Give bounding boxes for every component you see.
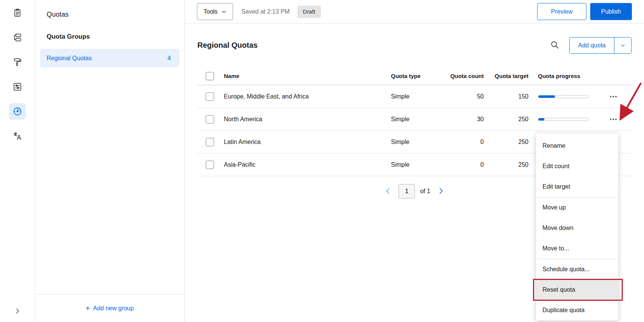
row-actions-context-menu: RenameEdit countEdit targetMove upMove d… (536, 133, 618, 320)
cell-quota-type: Simple (391, 93, 450, 100)
cell-quota-target: 250 (484, 161, 528, 168)
annotation-highlight-box (533, 279, 623, 301)
tools-dropdown-button[interactable]: Tools (197, 3, 233, 20)
search-button[interactable] (549, 40, 560, 51)
menu-item-reset-quota[interactable]: Reset quota (536, 280, 618, 300)
rail-item-survey-options[interactable] (9, 78, 26, 95)
app-window: Quotas Quota Groups Regional Quotas 4 + … (0, 0, 644, 322)
group-label: Regional Quotas (47, 55, 92, 62)
row-checkbox[interactable] (206, 115, 214, 123)
table-row: Europe, Middle East, and AfricaSimple501… (197, 85, 631, 108)
row-checkbox[interactable] (206, 161, 214, 169)
row-checkbox[interactable] (206, 92, 214, 101)
cell-quota-target: 250 (484, 139, 528, 145)
menu-item-duplicate-quota[interactable]: Duplicate quota (536, 300, 618, 320)
row-checkbox[interactable] (206, 138, 214, 146)
menu-item-move-up[interactable]: Move up (536, 197, 618, 218)
clipboard-icon (13, 8, 22, 18)
quotas-nav-panel: Quotas Quota Groups Regional Quotas 4 + … (35, 0, 185, 322)
add-new-group-button[interactable]: + Add new group (86, 305, 134, 312)
chevron-down-icon (620, 43, 625, 48)
sliders-icon (13, 82, 22, 92)
menu-item-move-down[interactable]: Move down (536, 218, 618, 238)
chevron-down-icon (221, 9, 227, 14)
progress-track (538, 95, 589, 98)
rail-item-translations[interactable] (9, 128, 26, 144)
select-all-checkbox[interactable] (206, 72, 214, 80)
rail-item-look-and-feel[interactable] (9, 54, 26, 70)
menu-item-move-to[interactable]: Move to... (536, 238, 618, 259)
add-quota-dropdown-button[interactable] (614, 38, 631, 53)
column-header-quota-progress: Quota progress (528, 73, 595, 79)
menu-item-rename[interactable]: Rename (536, 136, 618, 156)
menu-item-edit-count[interactable]: Edit count (536, 156, 618, 177)
saved-status-text: Saved at 2:13 PM (241, 8, 289, 15)
page-title: Regional Quotas (197, 41, 258, 50)
group-count: 4 (167, 55, 171, 62)
cell-quota-count: 0 (450, 139, 484, 145)
cell-quota-target: 150 (484, 93, 528, 100)
draft-status-badge: Draft (297, 6, 321, 18)
paint-roller-icon (13, 57, 22, 67)
row-actions-button[interactable] (606, 115, 620, 124)
chevron-left-icon (384, 187, 392, 195)
previous-page-button[interactable] (383, 186, 393, 197)
preview-button[interactable]: Preview (537, 3, 586, 20)
column-header-quota-count: Quota count (450, 73, 484, 79)
cell-name: Europe, Middle East, and Africa (224, 93, 391, 100)
publish-button[interactable]: Publish (590, 3, 632, 20)
add-new-group-label: Add new group (93, 305, 134, 312)
cell-quota-count: 0 (450, 161, 484, 168)
rail-item-survey-builder[interactable] (9, 5, 26, 21)
cell-name: Latin America (224, 139, 391, 145)
cell-name: North America (224, 116, 391, 123)
page-number-input[interactable] (399, 184, 415, 199)
cell-quota-type: Simple (391, 116, 450, 123)
rail-item-survey-flow[interactable] (9, 29, 26, 46)
column-header-name: Name (224, 73, 391, 79)
table-header-row: Name Quota type Quota count Quota target… (197, 67, 631, 85)
plus-icon: + (86, 305, 90, 312)
table-row: North AmericaSimple30250 (197, 108, 631, 131)
quota-groups-heading: Quota Groups (35, 19, 184, 41)
ellipsis-icon (609, 115, 618, 124)
search-icon (550, 40, 559, 49)
column-header-quota-type: Quota type (391, 73, 450, 79)
cell-quota-progress (528, 118, 595, 121)
nav-group-regional-quotas[interactable]: Regional Quotas 4 (40, 49, 179, 67)
cell-name: Asia-Pacific (224, 161, 391, 168)
chevron-right-icon (437, 187, 445, 195)
page-of-label: of 1 (420, 188, 430, 195)
cell-quota-target: 250 (484, 116, 528, 123)
progress-fill (538, 118, 544, 120)
gauge-icon (13, 106, 22, 116)
row-actions-button[interactable] (606, 92, 620, 101)
next-page-button[interactable] (436, 186, 446, 197)
ellipsis-icon (609, 92, 618, 101)
add-quota-split-button: Add quota (569, 37, 631, 54)
tools-label: Tools (203, 8, 217, 15)
blocks-icon (13, 33, 22, 42)
topbar: Tools Saved at 2:13 PM Draft Preview Pub… (185, 0, 644, 23)
column-header-quota-target: Quota target (484, 73, 528, 79)
cell-quota-count: 30 (450, 116, 484, 123)
panel-footer: + Add new group (35, 294, 184, 322)
cell-quota-count: 50 (450, 93, 484, 100)
menu-item-edit-target[interactable]: Edit target (536, 177, 618, 197)
menu-item-schedule-quota[interactable]: Schedule quota... (536, 259, 618, 280)
left-icon-rail (0, 0, 35, 322)
cell-quota-progress (528, 95, 595, 98)
panel-title: Quotas (35, 0, 184, 19)
progress-track (538, 118, 589, 121)
cell-quota-type: Simple (391, 161, 450, 168)
add-quota-button[interactable]: Add quota (570, 38, 614, 53)
progress-fill (538, 95, 555, 98)
rail-item-quotas[interactable] (9, 103, 26, 120)
translate-icon (13, 131, 22, 141)
cell-quota-type: Simple (391, 139, 450, 145)
expand-sidebar-chevron-icon[interactable] (11, 306, 24, 317)
